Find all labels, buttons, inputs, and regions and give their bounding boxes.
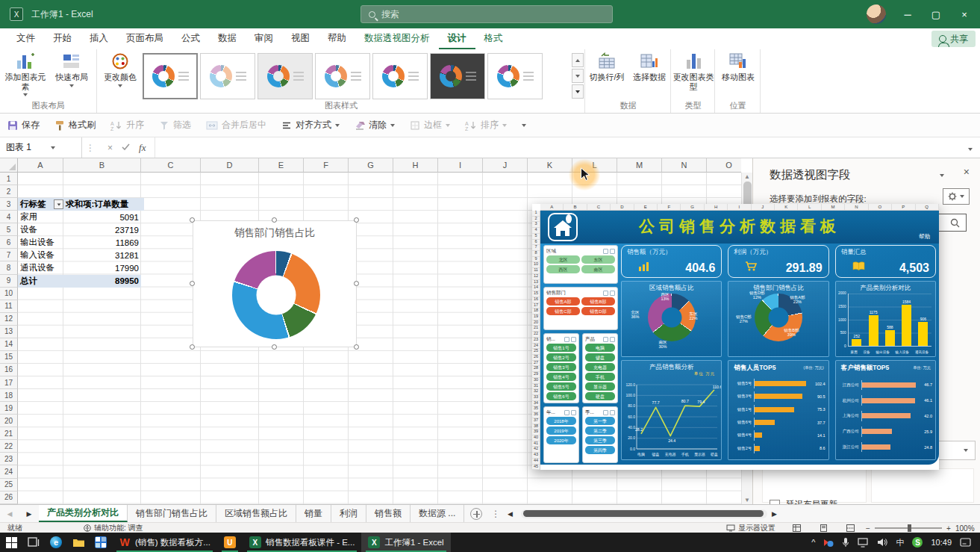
ribbon-button-切换行/列[interactable]: 切换行/列 bbox=[586, 52, 628, 82]
formula-input[interactable] bbox=[155, 137, 961, 158]
column-header-O[interactable]: O bbox=[707, 158, 741, 173]
sheet-nav-left-icon[interactable]: ◀ bbox=[0, 505, 19, 522]
pivot-category-cell[interactable]: 通讯设备 bbox=[18, 261, 63, 274]
row-header-5[interactable]: 5 bbox=[0, 223, 18, 236]
tray-app-icon[interactable] bbox=[823, 538, 834, 548]
gallery-down-button[interactable] bbox=[572, 69, 584, 83]
zoom-in-button[interactable]: + bbox=[946, 523, 951, 533]
panel-tools-button[interactable] bbox=[943, 188, 970, 205]
display-tray-icon[interactable] bbox=[858, 538, 869, 548]
pivot-category-cell[interactable]: 输出设备 bbox=[18, 236, 63, 249]
column-header-N[interactable]: N bbox=[662, 158, 707, 173]
ribbon-tab-帮助[interactable]: 帮助 bbox=[319, 28, 355, 49]
resize-handle[interactable] bbox=[354, 217, 359, 223]
column-header-B[interactable]: B bbox=[63, 158, 141, 173]
taskbar-app-销售数据看板课件 - E...[interactable]: X销售数据看板课件 - E... bbox=[243, 533, 361, 552]
ribbon-tab-数据[interactable]: 数据 bbox=[209, 28, 246, 49]
ribbon-tab-插入[interactable]: 插入 bbox=[81, 28, 117, 49]
horizontal-scrollbar[interactable] bbox=[521, 509, 767, 518]
row-header-26[interactable]: 26 bbox=[0, 491, 18, 504]
quick-format-painter-button[interactable]: 格式刷 bbox=[54, 119, 96, 131]
sheet-tab-menu-icon[interactable]: ⋮ bbox=[488, 509, 503, 519]
doughnut-chart[interactable] bbox=[232, 251, 320, 339]
start-button[interactable] bbox=[0, 533, 22, 552]
row-header-13[interactable]: 13 bbox=[0, 326, 18, 338]
pivot-category-cell[interactable]: 输入设备 bbox=[18, 249, 63, 261]
chart-style-thumbnail[interactable] bbox=[258, 53, 313, 99]
scrollbar-thumb[interactable] bbox=[523, 510, 764, 517]
quick-save-button[interactable]: 保存 bbox=[7, 119, 40, 131]
cancel-icon[interactable]: × bbox=[107, 143, 113, 153]
column-header-K[interactable]: K bbox=[528, 158, 572, 173]
share-button[interactable]: 共享 bbox=[931, 31, 976, 47]
gallery-scroll[interactable] bbox=[572, 53, 584, 99]
ribbon-tab-视图[interactable]: 视图 bbox=[282, 28, 319, 49]
chart-style-thumbnail[interactable] bbox=[372, 53, 428, 99]
row-header-11[interactable]: 11 bbox=[0, 300, 18, 313]
ribbon-tab-页面布局[interactable]: 页面布局 bbox=[117, 28, 172, 49]
ribbon-tab-文件[interactable]: 文件 bbox=[7, 28, 44, 49]
field-area-box[interactable] bbox=[762, 468, 867, 503]
enter-icon[interactable] bbox=[122, 143, 130, 153]
filter-dropdown-icon[interactable] bbox=[54, 199, 63, 209]
row-header-15[interactable]: 15 bbox=[0, 351, 18, 364]
panel-collapse-icon[interactable] bbox=[940, 169, 944, 179]
row-header-22[interactable]: 22 bbox=[0, 440, 18, 453]
insert-function-icon[interactable]: fx bbox=[139, 142, 146, 154]
gallery-up-button[interactable] bbox=[572, 53, 584, 67]
taskbar-app-工作簿1 - Excel[interactable]: X工作簿1 - Excel bbox=[361, 533, 450, 552]
row-header-25[interactable]: 25 bbox=[0, 479, 18, 491]
row-header-14[interactable]: 14 bbox=[0, 338, 18, 351]
row-header-10[interactable]: 10 bbox=[0, 288, 18, 300]
column-headers[interactable]: ABCDEFGHIJKLMNO bbox=[18, 158, 741, 173]
quick-align-button[interactable]: 对齐方式 bbox=[281, 119, 340, 131]
search-box[interactable]: 搜索 bbox=[361, 5, 613, 23]
sheet-tab-区域销售额占比[interactable]: 区域销售额占比 bbox=[216, 505, 296, 522]
close-button[interactable]: × bbox=[950, 0, 979, 28]
column-header-A[interactable]: A bbox=[18, 158, 63, 173]
select-all-corner[interactable] bbox=[0, 158, 18, 173]
ribbon-button-选择数据[interactable]: 选择数据 bbox=[628, 52, 670, 82]
chart-style-thumbnail[interactable] bbox=[315, 53, 370, 99]
chart-style-thumbnail[interactable] bbox=[143, 53, 198, 99]
row-header-12[interactable]: 12 bbox=[0, 313, 18, 326]
pivot-category-cell[interactable]: 家用 bbox=[18, 211, 63, 223]
sheet-tab-产品类别分析对比[interactable]: 产品类别分析对比 bbox=[39, 505, 128, 522]
row-header-18[interactable]: 18 bbox=[0, 389, 18, 402]
ribbon-button-快速布局[interactable]: 快速布局 bbox=[51, 52, 93, 87]
file-explorer-icon[interactable] bbox=[67, 533, 90, 552]
accessibility-status[interactable]: 辅助功能: 调查 bbox=[84, 523, 143, 533]
zoom-level[interactable]: 100% bbox=[955, 523, 975, 533]
sheet-tab-数据源 ...[interactable]: 数据源 ... bbox=[411, 505, 464, 522]
pivot-value-header[interactable]: 求和项:订单数量 bbox=[63, 198, 144, 211]
row-header-17[interactable]: 17 bbox=[0, 376, 18, 389]
pivot-total-value[interactable]: 89950 bbox=[63, 275, 141, 288]
sheet-tab-销量[interactable]: 销量 bbox=[296, 505, 331, 522]
row-header-3[interactable]: 3 bbox=[0, 198, 18, 211]
ribbon-button-移动图表[interactable]: 移动图表 bbox=[717, 52, 759, 82]
ime-indicator[interactable]: 中 bbox=[896, 537, 904, 548]
sheet-tab-销售额[interactable]: 销售额 bbox=[366, 505, 411, 522]
maximize-button[interactable]: ▢ bbox=[922, 0, 950, 28]
ribbon-button-更改颜色[interactable]: 更改颜色 bbox=[99, 52, 141, 87]
column-header-C[interactable]: C bbox=[141, 158, 201, 173]
minimize-button[interactable]: ─ bbox=[893, 0, 922, 28]
field-area-box[interactable] bbox=[871, 468, 974, 503]
quickbar-overflow-icon[interactable] bbox=[522, 124, 526, 127]
row-header-20[interactable]: 20 bbox=[0, 415, 18, 427]
scroll-up-icon[interactable]: ▲ bbox=[742, 173, 752, 180]
store-app-icon[interactable] bbox=[90, 533, 112, 552]
column-header-J[interactable]: J bbox=[483, 158, 528, 173]
zoom-slider[interactable] bbox=[875, 523, 942, 533]
row-header-4[interactable]: 4 bbox=[0, 211, 18, 223]
resize-handle[interactable] bbox=[190, 281, 195, 286]
row-header-9[interactable]: 9 bbox=[0, 275, 18, 288]
row-header-19[interactable]: 19 bbox=[0, 402, 18, 415]
quick-clear-button[interactable]: 清除 bbox=[355, 119, 395, 131]
chart-style-thumbnail[interactable] bbox=[200, 53, 255, 99]
task-view-button[interactable] bbox=[22, 533, 45, 552]
row-header-23[interactable]: 23 bbox=[0, 453, 18, 465]
ribbon-tab-开始[interactable]: 开始 bbox=[44, 28, 81, 49]
ribbon-tab-格式[interactable]: 格式 bbox=[475, 28, 512, 49]
row-header-6[interactable]: 6 bbox=[0, 236, 18, 249]
